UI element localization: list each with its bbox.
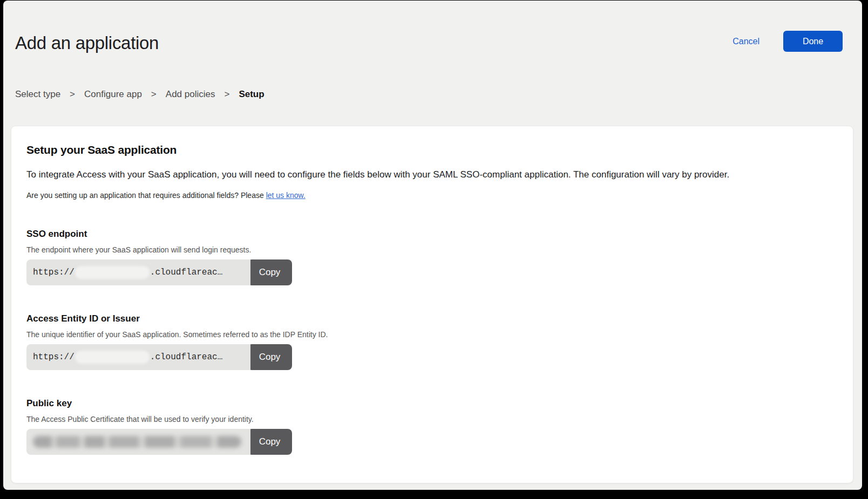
sso-endpoint-input-group: https://.cloudflareac… Copy	[26, 259, 292, 285]
breadcrumb-item-add-policies[interactable]: Add policies	[166, 89, 215, 100]
redacted-text-blur	[75, 266, 150, 279]
access-entity-id-copy-button[interactable]: Copy	[247, 344, 292, 370]
sso-endpoint-copy-button[interactable]: Copy	[247, 259, 292, 285]
public-key-description: The Access Public Certificate that will …	[26, 415, 838, 423]
breadcrumb-separator: >	[151, 89, 157, 100]
sso-endpoint-field: SSO endpoint The endpoint where your Saa…	[26, 229, 838, 285]
breadcrumb-item-configure-app[interactable]: Configure app	[84, 89, 142, 100]
public-key-label: Public key	[26, 398, 838, 409]
url-prefix: https://	[33, 268, 74, 277]
breadcrumb-item-select-type[interactable]: Select type	[15, 89, 60, 100]
access-entity-id-description: The unique identifier of your SaaS appli…	[26, 330, 838, 339]
card-note: Are you setting up an application that r…	[26, 191, 838, 200]
header-actions: Cancel Done	[733, 31, 843, 52]
redacted-text-blur	[33, 436, 241, 448]
note-text: Are you setting up an application that r…	[26, 191, 266, 200]
redacted-text-blur	[75, 351, 150, 364]
breadcrumb: Select type > Configure app > Add polici…	[3, 89, 862, 100]
access-entity-id-label: Access Entity ID or Issuer	[26, 313, 838, 324]
let-us-know-link[interactable]: let us know.	[266, 191, 306, 200]
url-suffix: .cloudflareac…	[150, 352, 222, 362]
sso-endpoint-value[interactable]: https://.cloudflareac…	[26, 259, 250, 285]
url-prefix: https://	[33, 352, 74, 362]
access-entity-id-input-group: https://.cloudflareac… Copy	[26, 344, 292, 370]
card-heading: Setup your SaaS application	[26, 143, 838, 156]
public-key-value[interactable]	[26, 429, 250, 455]
public-key-field: Public key The Access Public Certificate…	[26, 398, 838, 455]
sso-endpoint-label: SSO endpoint	[26, 229, 838, 240]
sso-endpoint-description: The endpoint where your SaaS application…	[26, 245, 838, 254]
access-entity-id-field: Access Entity ID or Issuer The unique id…	[26, 313, 838, 370]
done-button[interactable]: Done	[783, 31, 843, 52]
url-suffix: .cloudflareac…	[150, 268, 222, 277]
breadcrumb-separator: >	[224, 89, 229, 100]
page-header: Add an application Cancel Done	[3, 1, 862, 53]
public-key-copy-button[interactable]: Copy	[247, 429, 292, 455]
breadcrumb-item-setup[interactable]: Setup	[239, 89, 264, 100]
cancel-button[interactable]: Cancel	[733, 37, 760, 46]
page: Add an application Cancel Done Select ty…	[3, 1, 862, 490]
card-intro-text: To integrate Access with your SaaS appli…	[26, 169, 838, 181]
public-key-input-group: Copy	[26, 429, 292, 455]
page-title: Add an application	[15, 33, 843, 53]
breadcrumb-separator: >	[70, 89, 75, 100]
access-entity-id-value[interactable]: https://.cloudflareac…	[26, 344, 250, 370]
setup-card: Setup your SaaS application To integrate…	[11, 126, 853, 483]
